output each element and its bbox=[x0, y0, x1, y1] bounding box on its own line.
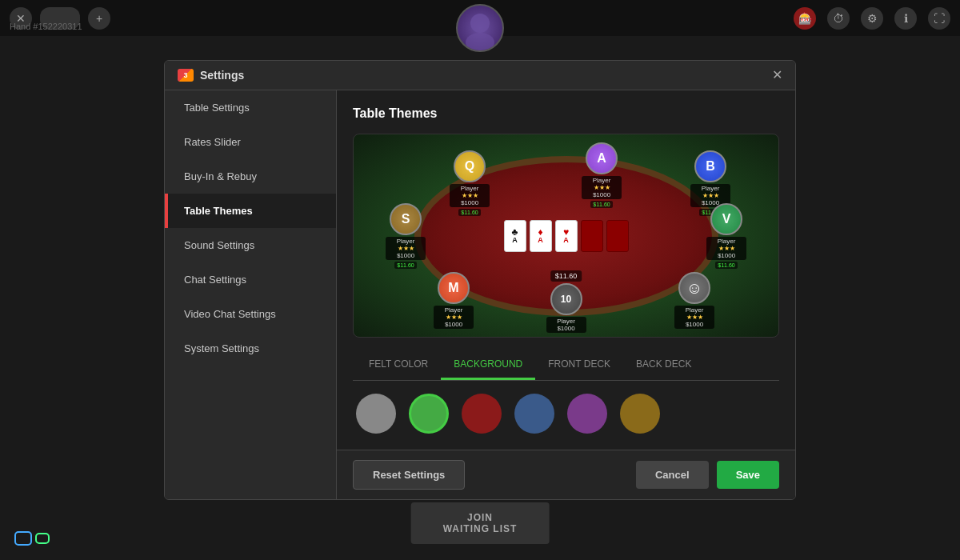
player-a-avatar: A bbox=[586, 142, 618, 174]
player-m-info: Player ★★★ $1000 bbox=[434, 306, 474, 329]
player-q-info: Player ★★★ $1000 bbox=[450, 184, 490, 207]
modal-logo: 3 bbox=[178, 69, 194, 82]
card-3: ♥A bbox=[555, 220, 578, 252]
sidebar-item-system-settings[interactable]: System Settings bbox=[165, 331, 336, 366]
modal-header-left: 3 Settings bbox=[178, 69, 244, 82]
player-q-bet: $11.60 bbox=[458, 209, 480, 216]
color-swatches bbox=[353, 381, 779, 446]
swatch-gold[interactable] bbox=[620, 394, 660, 434]
player-q-avatar: Q bbox=[454, 150, 486, 182]
modal-footer: Reset Settings Cancel Save bbox=[337, 450, 795, 499]
card-4 bbox=[581, 220, 603, 252]
chat-bubble-blue bbox=[14, 531, 32, 546]
section-title: Table Themes bbox=[353, 106, 779, 121]
cancel-button[interactable]: Cancel bbox=[636, 461, 709, 489]
player-v-bet: $11.60 bbox=[715, 262, 737, 269]
sidebar-item-table-themes[interactable]: Table Themes bbox=[165, 194, 336, 228]
join-line2: WAITING LIST bbox=[443, 523, 518, 534]
chat-icon[interactable] bbox=[14, 531, 50, 546]
join-line1: JOIN bbox=[443, 512, 518, 523]
player-anon-info: Player ★★★ $1000 bbox=[674, 306, 714, 329]
chat-bubble-green bbox=[35, 533, 50, 544]
sidebar-item-sound-settings[interactable]: Sound Settings bbox=[165, 228, 336, 262]
sidebar-item-buyin-rebuy[interactable]: Buy-In & Rebuy bbox=[165, 159, 336, 194]
player-q: Q Player ★★★ $1000 $11.60 bbox=[450, 150, 490, 216]
player-a-bet: $11.60 bbox=[590, 201, 612, 208]
community-cards: ♣A ♦A ♥A bbox=[504, 220, 629, 252]
tab-back-deck[interactable]: BACK DECK bbox=[623, 350, 704, 380]
player-10-avatar: 10 bbox=[550, 283, 582, 315]
content-area: Table Themes ♣A ♦A ♥A bbox=[337, 90, 795, 450]
player-v-info: Player ★★★ $1000 bbox=[706, 237, 746, 260]
player-anon: ☺ Player ★★★ $1000 bbox=[674, 272, 714, 329]
player-a: A Player ★★★ $1000 $11.60 bbox=[582, 142, 622, 208]
main-content: Table Themes ♣A ♦A ♥A bbox=[337, 90, 795, 499]
modal-close-button[interactable]: ✕ bbox=[772, 69, 782, 82]
tab-felt-color[interactable]: FELT COLOR bbox=[356, 350, 441, 380]
player-b-avatar: B bbox=[694, 150, 726, 182]
modal-overlay: 3 Settings ✕ Table Settings Rates Slider… bbox=[0, 0, 960, 560]
card-1: ♣A bbox=[504, 220, 526, 252]
player-m-avatar: M bbox=[438, 272, 470, 304]
swatch-red[interactable] bbox=[462, 394, 502, 434]
player-m: M Player ★★★ $1000 bbox=[434, 272, 474, 329]
tab-background[interactable]: BACKGROUND bbox=[441, 350, 535, 380]
join-waiting-list-button[interactable]: JOIN WAITING LIST bbox=[411, 502, 550, 544]
player-s-avatar: S bbox=[390, 203, 422, 235]
player-a-info: Player ★★★ $1000 bbox=[582, 176, 622, 199]
sidebar-item-chat-settings[interactable]: Chat Settings bbox=[165, 262, 336, 297]
player-s: S Player ★★★ $1000 $11.60 bbox=[386, 203, 426, 269]
settings-sidebar: Table Settings Rates Slider Buy-In & Reb… bbox=[165, 90, 337, 499]
footer-right: Cancel Save bbox=[636, 461, 779, 489]
swatch-green[interactable] bbox=[409, 394, 449, 434]
save-button[interactable]: Save bbox=[717, 461, 779, 489]
modal-title: Settings bbox=[200, 69, 244, 82]
reset-settings-button[interactable]: Reset Settings bbox=[353, 460, 465, 490]
sidebar-item-rates-slider[interactable]: Rates Slider bbox=[165, 125, 336, 159]
sidebar-item-video-chat-settings[interactable]: Video Chat Settings bbox=[165, 297, 336, 331]
player-v: V Player ★★★ $1000 $11.60 bbox=[706, 203, 746, 269]
swatch-gray[interactable] bbox=[356, 394, 396, 434]
player-anon-avatar: ☺ bbox=[678, 272, 710, 304]
swatch-purple[interactable] bbox=[567, 394, 607, 434]
sidebar-item-table-settings[interactable]: Table Settings bbox=[165, 90, 336, 125]
player-10-info: Player $1000 bbox=[546, 317, 586, 333]
pot-indicator: $11.60 bbox=[550, 270, 582, 282]
card-5 bbox=[606, 220, 629, 252]
card-2: ♦A bbox=[530, 220, 552, 252]
modal-header: 3 Settings ✕ bbox=[165, 61, 795, 90]
swatch-blue[interactable] bbox=[514, 394, 554, 434]
table-preview: ♣A ♦A ♥A Q Player bbox=[353, 134, 779, 338]
tab-front-deck[interactable]: FRONT DECK bbox=[535, 350, 623, 380]
theme-tabs: FELT COLOR BACKGROUND FRONT DECK BACK DE… bbox=[353, 350, 779, 381]
player-10: 10 Player $1000 bbox=[546, 283, 586, 333]
player-s-info: Player ★★★ $1000 bbox=[386, 237, 426, 260]
settings-modal: 3 Settings ✕ Table Settings Rates Slider… bbox=[164, 60, 796, 500]
modal-body: Table Settings Rates Slider Buy-In & Reb… bbox=[165, 90, 795, 499]
player-v-avatar: V bbox=[710, 203, 742, 235]
player-s-bet: $11.60 bbox=[394, 262, 416, 269]
